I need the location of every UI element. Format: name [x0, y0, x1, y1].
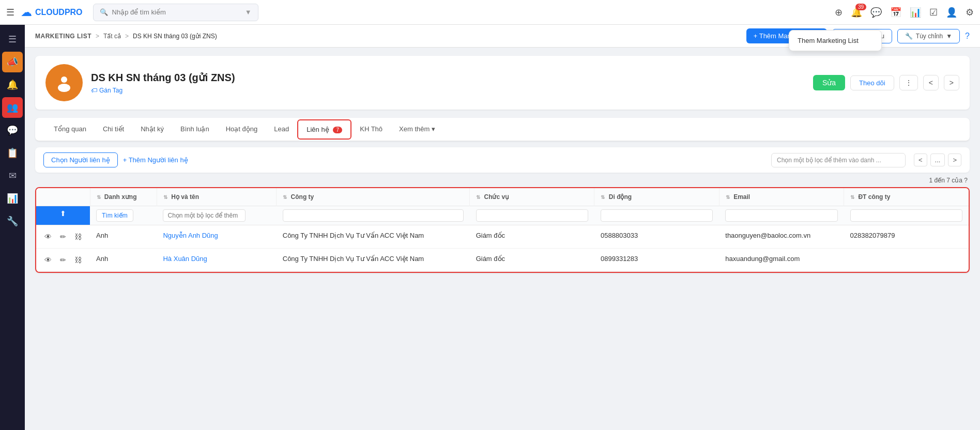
tab-xem-them[interactable]: Xem thêm ▾: [391, 118, 443, 141]
role-filter-input[interactable]: [476, 209, 588, 222]
main-content: MARKETING LIST > Tất cả > DS KH SN tháng…: [25, 25, 980, 430]
row1-ho-va-ten[interactable]: Nguyễn Anh Dũng: [157, 225, 276, 249]
tab-hoat-dong[interactable]: Hoạt động: [218, 118, 266, 141]
col-di-dong[interactable]: ⇅ Di động: [594, 188, 719, 206]
sidebar-item-contacts[interactable]: 👥: [2, 97, 23, 118]
email-filter-input[interactable]: [725, 209, 837, 222]
help-button[interactable]: ?: [965, 32, 970, 41]
sort-icon: ⇅: [163, 194, 167, 200]
sort-icon: ⇅: [601, 194, 605, 200]
row2-email: haxuandung@gmail.com: [719, 249, 844, 272]
sub-toolbar: Chọn Người liên hệ + Thêm Người liên hệ …: [35, 147, 970, 173]
col-cong-ty[interactable]: ⇅ Công ty: [277, 188, 470, 206]
content-area: DS KH SN tháng 03 (gửi ZNS) 🏷 Gán Tag Sử…: [25, 48, 980, 281]
tab-lien-he[interactable]: Liên hệ 7: [297, 119, 351, 140]
tag-label: Gán Tag: [99, 87, 122, 94]
sort-icon: ⇅: [476, 194, 480, 200]
col-dt-cong-ty[interactable]: ⇅ ĐT công ty ➜: [844, 188, 969, 206]
notification-icon[interactable]: 🔔 39: [851, 7, 862, 18]
record-actions: Sửa Theo dõi ⋮ < >: [813, 75, 959, 90]
add-icon[interactable]: ⊕: [835, 7, 843, 18]
chevron-down-icon: ▼: [946, 33, 952, 40]
settings-icon[interactable]: ⚙: [966, 7, 974, 18]
view-button[interactable]: 👁: [42, 255, 54, 265]
tab-nhat-ky[interactable]: Nhật ký: [132, 118, 172, 141]
phone-filter-input[interactable]: [601, 209, 713, 222]
search-bar[interactable]: 🔍 ▼: [93, 4, 258, 21]
choose-contact-button[interactable]: Chọn Người liên hệ: [43, 152, 118, 167]
sidebar-item-email[interactable]: ✉: [2, 165, 23, 186]
unlink-button[interactable]: ⛓: [72, 255, 84, 265]
tab-tong-quan[interactable]: Tổng quan: [45, 118, 95, 141]
row2-actions: 👁 ✏ ⛓: [36, 249, 90, 272]
sidebar-item-reports[interactable]: 📊: [2, 188, 23, 209]
customize-button[interactable]: 🔧 Tùy chỉnh ▼: [897, 29, 960, 43]
tab-binh-luan[interactable]: Bình luận: [172, 118, 218, 141]
sort-icon: ⇅: [850, 194, 854, 200]
pagination-prev-button[interactable]: <: [914, 153, 927, 166]
company-phone-filter-input[interactable]: [850, 209, 962, 222]
search-input[interactable]: [112, 8, 226, 16]
search-upload-icon[interactable]: ⬆: [36, 206, 90, 225]
sidebar-item-campaigns[interactable]: 📣: [2, 52, 23, 72]
record-tag[interactable]: 🏷 Gán Tag: [91, 87, 235, 94]
nav-icons: ⊕ 🔔 39 💬 📅 📊 ☑ 👤 ⚙: [835, 7, 974, 18]
company-filter-cell[interactable]: [277, 206, 470, 225]
dashboard-icon[interactable]: 📊: [910, 7, 921, 18]
tabs-bar: Tổng quan Chi tiết Nhật ký Bình luận Hoạ…: [35, 118, 970, 141]
row1-danh-xuong: Anh: [90, 225, 157, 249]
row2-di-dong: 0899331283: [594, 249, 719, 272]
phone-filter-cell[interactable]: [594, 206, 719, 225]
tasks-icon[interactable]: ☑: [929, 7, 938, 18]
breadcrumb-all[interactable]: Tất cả: [103, 33, 121, 40]
pagination-next-button[interactable]: >: [948, 153, 961, 166]
breadcrumb-root[interactable]: MARKETING LIST: [35, 33, 91, 40]
col-ho-va-ten[interactable]: ⇅ Họ và tên: [157, 188, 276, 206]
view-button[interactable]: 👁: [42, 232, 54, 242]
tab-kh-tho[interactable]: KH Thô: [351, 118, 391, 141]
pagination-info: 1 đến 7 của ?: [35, 177, 970, 184]
edit-row-button[interactable]: ✏: [58, 255, 68, 265]
chevron-down-icon[interactable]: ▼: [245, 8, 252, 16]
sidebar-item-tasks[interactable]: 📋: [2, 143, 23, 163]
search-input-cell[interactable]: [157, 206, 276, 225]
sidebar-item-integrations[interactable]: 🔧: [2, 211, 23, 232]
email-filter-cell[interactable]: [719, 206, 844, 225]
tab-lead[interactable]: Lead: [266, 118, 297, 141]
sidebar-item-notifications[interactable]: 🔔: [2, 74, 23, 95]
search-icon: 🔍: [100, 8, 108, 16]
col-email[interactable]: ⇅ Email: [719, 188, 844, 206]
edit-button[interactable]: Sửa: [813, 75, 845, 90]
lien-he-badge: 7: [333, 127, 342, 133]
add-contact-button[interactable]: + Thêm Người liên hệ: [123, 156, 188, 164]
table-row: 👁 ✏ ⛓ Anh Nguyễn Anh Dũng Công Ty TNHH D…: [36, 225, 969, 249]
filter-select[interactable]: Chọn một bộ lọc để thêm vào danh ...: [771, 153, 906, 167]
unlink-button[interactable]: ⛓: [72, 232, 84, 242]
user-icon[interactable]: 👤: [946, 7, 957, 18]
company-phone-filter-cell[interactable]: [844, 206, 969, 225]
more-options-button[interactable]: ⋮: [899, 75, 918, 90]
row1-cong-ty: Công Ty TNHH Dịch Vụ Tư Vấn ACC Việt Nam: [277, 225, 470, 249]
col-danh-xuong[interactable]: ⇅ Danh xưng: [90, 188, 157, 206]
calendar-icon[interactable]: 📅: [890, 7, 901, 18]
tab-lien-he-label: Liên hệ: [307, 126, 329, 133]
hamburger-button[interactable]: ☰: [6, 7, 14, 18]
chat-icon[interactable]: 💬: [870, 7, 882, 18]
table-row: 👁 ✏ ⛓ Anh Hà Xuân Dũng Công Ty TNHH Dịch…: [36, 249, 969, 272]
edit-row-button[interactable]: ✏: [58, 232, 68, 242]
search-btn-cell[interactable]: Tìm kiếm: [90, 206, 157, 225]
follow-button[interactable]: Theo dõi: [850, 75, 894, 90]
sidebar-item-messages[interactable]: 💬: [2, 120, 23, 141]
prev-record-button[interactable]: <: [923, 75, 939, 90]
role-filter-cell[interactable]: [470, 206, 594, 225]
row2-ho-va-ten[interactable]: Hà Xuân Dũng: [157, 249, 276, 272]
search-button[interactable]: Tìm kiếm: [96, 209, 133, 222]
next-record-button[interactable]: >: [944, 75, 959, 90]
name-filter-input[interactable]: [163, 209, 246, 222]
col-chuc-vu[interactable]: ⇅ Chức vụ: [470, 188, 594, 206]
pagination-dots-button[interactable]: ...: [930, 153, 945, 166]
sidebar-item-menu[interactable]: ☰: [2, 29, 23, 50]
company-filter-input[interactable]: [283, 209, 464, 222]
tab-chi-tiet[interactable]: Chi tiết: [95, 118, 132, 141]
cloud-icon: ☁: [21, 6, 32, 19]
